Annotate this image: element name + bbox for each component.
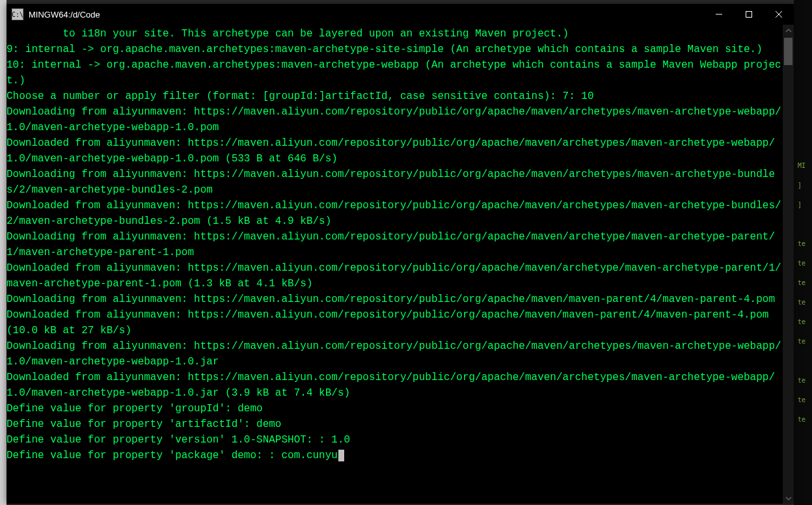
- background-right-text: MI ] ] te te te te te te te te te: [798, 156, 809, 482]
- minimize-button[interactable]: [704, 4, 734, 25]
- scroll-up-button[interactable]: [783, 25, 794, 36]
- chevron-up-icon: [785, 27, 792, 34]
- scroll-down-button[interactable]: [783, 493, 794, 504]
- text-cursor: [338, 450, 344, 461]
- app-icon: C:\: [12, 8, 23, 20]
- vertical-scrollbar[interactable]: [783, 25, 794, 504]
- minimize-icon: [716, 11, 722, 18]
- terminal-window: C:\ MINGW64:/d/Code to i18n your site. T…: [7, 4, 794, 504]
- scrollbar-thumb[interactable]: [784, 38, 792, 65]
- chevron-down-icon: [785, 495, 792, 502]
- svg-rect-0: [746, 12, 752, 18]
- background-left-strip: [0, 0, 7, 505]
- terminal-output[interactable]: to i18n your site. This archetype can be…: [7, 25, 783, 504]
- maximize-icon: [746, 11, 752, 18]
- titlebar[interactable]: C:\ MINGW64:/d/Code: [7, 4, 794, 25]
- close-button[interactable]: [764, 4, 794, 25]
- window-title: MINGW64:/d/Code: [29, 10, 704, 20]
- maximize-button[interactable]: [734, 4, 764, 25]
- close-icon: [776, 11, 782, 18]
- terminal-body: to i18n your site. This archetype can be…: [7, 25, 794, 504]
